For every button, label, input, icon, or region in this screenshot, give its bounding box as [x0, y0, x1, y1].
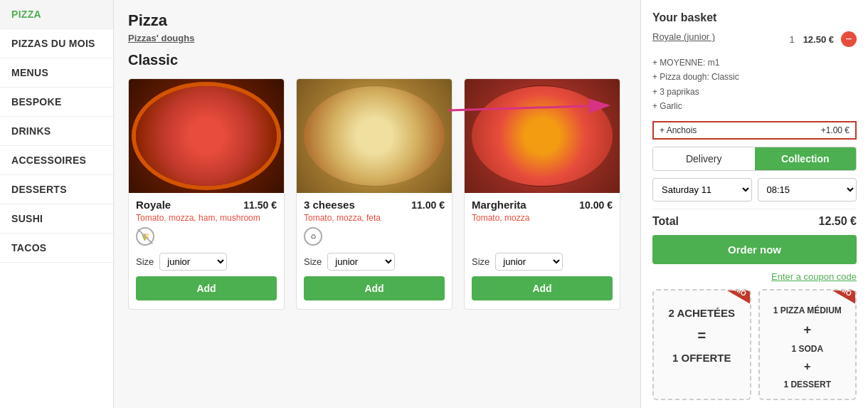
size-label-margherita: Size	[472, 256, 489, 267]
add-button-royale[interactable]: Add	[136, 276, 277, 300]
size-select-royale[interactable]: junior medium large	[159, 253, 227, 271]
svg-point-25	[475, 85, 609, 187]
pizza-info-royale: Royale 11.50 € Tomato, mozza, ham, mushr…	[129, 193, 284, 253]
svg-point-27	[494, 100, 591, 171]
svg-point-17	[376, 127, 401, 145]
section-title: Classic	[128, 52, 626, 68]
svg-point-12	[215, 148, 219, 152]
sidebar-item-drinks[interactable]: DRINKS	[0, 117, 113, 146]
sidebar: PIZZA PIZZAS DU MOIS MENUS BESPOKE DRINK…	[0, 0, 114, 408]
promo-text-2: 1 PIZZA MÉDIUM + 1 SODA + 1 DESSERT	[766, 303, 850, 393]
sidebar-item-accessoires[interactable]: ACCESSOIRES	[0, 146, 113, 175]
basket-title: Your basket	[652, 11, 857, 24]
sidebar-item-bespoke[interactable]: BESPOKE	[0, 88, 113, 117]
sidebar-item-pizza[interactable]: PIZZA	[0, 0, 113, 29]
size-row-royale: Size junior medium large	[129, 253, 284, 271]
veg-icon: ♻	[304, 227, 322, 246]
size-select-3cheeses[interactable]: junior medium large	[327, 253, 395, 271]
svg-point-22	[379, 140, 384, 146]
svg-point-13	[307, 85, 441, 187]
pizza-ingredients-3cheeses: Tomato, mozza, feta	[304, 213, 445, 223]
sidebar-item-pizzas-du-mois[interactable]: PIZZAS DU MOIS	[0, 29, 113, 58]
basket-item-qty: 1	[789, 34, 794, 45]
basket-panel: Your basket Royale (junior ) 1 12.50 € −…	[640, 0, 868, 408]
sidebar-item-sushi[interactable]: SUSHI	[0, 204, 113, 234]
basket-anchois-row: + Anchois +1.00 €	[652, 121, 857, 140]
pizza-card-royale: Royale 11.50 € Tomato, mozza, ham, mushr…	[128, 78, 285, 310]
total-label: Total	[652, 215, 679, 228]
svg-point-38	[524, 141, 529, 145]
svg-point-31	[529, 120, 541, 131]
pizza-card-3cheeses: 3 cheeses 11.00 € Tomato, mozza, feta ♻ …	[296, 78, 452, 310]
svg-point-1	[149, 93, 265, 180]
svg-point-10	[183, 125, 222, 154]
svg-point-24	[354, 145, 359, 149]
svg-point-2	[159, 100, 255, 171]
svg-point-20	[364, 127, 370, 133]
sidebar-item-tacos[interactable]: TACOS	[0, 234, 113, 263]
basket-anchois-label: + Anchois	[660, 125, 697, 135]
promo-cards: PROMO 2 ACHETÉES = 1 OFFERTE PROMO 1 PIZ…	[652, 289, 857, 400]
svg-point-9	[222, 130, 233, 139]
svg-point-8	[179, 137, 191, 146]
pizza-name-royale: Royale	[136, 199, 171, 211]
page-title: Pizza	[128, 11, 626, 30]
svg-point-26	[485, 93, 600, 180]
svg-point-21	[376, 138, 386, 148]
collection-button[interactable]: Collection	[755, 147, 857, 170]
svg-point-37	[522, 138, 531, 148]
add-button-3cheeses[interactable]: Add	[304, 276, 445, 300]
order-now-button[interactable]: Order now	[652, 235, 857, 264]
basket-detail-line1: + MOYENNE: m1	[652, 56, 857, 70]
promo-card-1: PROMO 2 ACHETÉES = 1 OFFERTE	[652, 289, 751, 400]
svg-point-4	[211, 111, 231, 125]
total-row: Total 12.50 €	[652, 209, 857, 228]
svg-point-29	[519, 120, 536, 137]
basket-remove-button[interactable]: −	[841, 31, 857, 47]
svg-point-34	[550, 132, 556, 137]
no-gluten-icon: 🌾	[136, 227, 154, 246]
basket-detail-line2: + Pizza dough: Classic	[652, 70, 857, 84]
size-select-margherita[interactable]: junior medium large	[495, 253, 563, 271]
add-button-margherita[interactable]: Add	[472, 276, 613, 300]
svg-point-16	[346, 118, 374, 140]
svg-point-7	[203, 125, 217, 135]
pizza-ingredients-royale: Tomato, mozza, ham, mushroom	[136, 213, 277, 223]
svg-point-30	[549, 132, 563, 147]
pizza-card-margherita: Margherita 10.00 € Tomato, mozza Size ju…	[464, 78, 620, 310]
time-select[interactable]: 08:15 08:30 08:45 09:00	[758, 178, 857, 202]
delivery-toggle: Delivery Collection	[652, 147, 857, 171]
pizza-image-3cheeses	[297, 79, 452, 193]
sidebar-item-desserts[interactable]: DESSERTS	[0, 175, 113, 204]
pizza-icons-royale: 🌾	[136, 227, 277, 246]
pizza-name-3cheeses: 3 cheeses	[304, 199, 355, 211]
svg-point-40	[556, 121, 560, 125]
svg-point-0	[139, 85, 273, 187]
basket-item-name: Royale (junior )	[652, 31, 715, 42]
basket-detail-line4: + Garlic	[652, 99, 857, 113]
main-content: Pizza Pizzas' doughs Classic	[114, 0, 640, 408]
basket-item-details: + MOYENNE: m1 + Pizza dough: Classic + 3…	[652, 56, 857, 114]
basket-item-row: Royale (junior ) 1 12.50 € −	[652, 31, 857, 47]
date-select[interactable]: Saturday 11 Sunday 12 Monday 13	[652, 178, 752, 202]
basket-item-price: 12.50 €	[803, 34, 834, 45]
delivery-button[interactable]: Delivery	[653, 147, 755, 170]
svg-point-14	[317, 93, 433, 180]
pizza-price-royale: 11.50 €	[243, 199, 277, 211]
svg-point-11	[195, 119, 201, 125]
coupon-link[interactable]: Enter a coupon code	[652, 271, 857, 282]
promo-text-1: 2 ACHETÉES = 1 OFFERTE	[660, 303, 744, 367]
sidebar-item-menus[interactable]: MENUS	[0, 58, 113, 88]
svg-point-39	[553, 118, 563, 128]
pizza-image-margherita	[465, 79, 620, 193]
svg-point-6	[215, 140, 233, 153]
size-row-margherita: Size junior medium large	[465, 253, 620, 271]
pizza-grid: Royale 11.50 € Tomato, mozza, ham, mushr…	[128, 78, 626, 310]
pizza-icons-3cheeses: ♻	[304, 227, 445, 246]
svg-point-15	[327, 100, 423, 171]
svg-point-19	[362, 125, 372, 135]
basket-detail-line3: + 3 paprikas	[652, 85, 857, 99]
svg-point-32	[532, 122, 538, 128]
svg-point-42	[529, 148, 534, 152]
svg-point-3	[176, 117, 201, 134]
